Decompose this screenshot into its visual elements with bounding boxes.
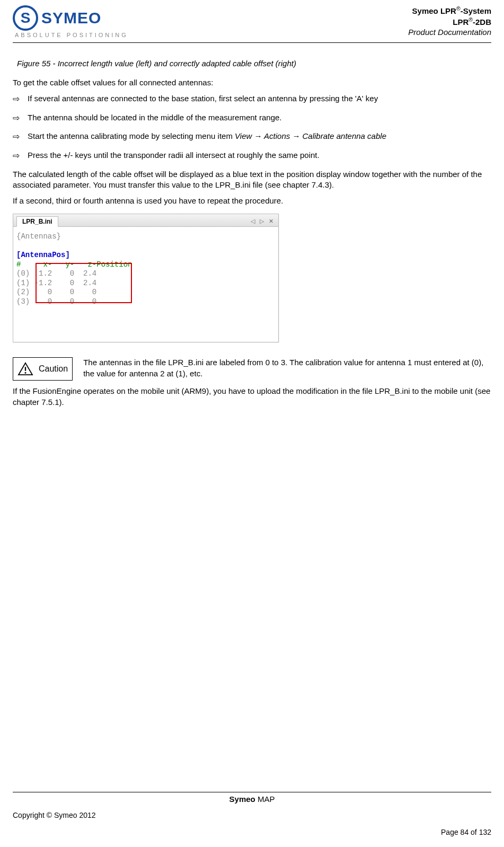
arrow-icon: ⇨ bbox=[13, 131, 28, 143]
ini-row: (2) 0 0 0 bbox=[16, 288, 96, 296]
list-item: ⇨ If several antennas are connected to t… bbox=[13, 93, 491, 105]
intro-paragraph: To get the cable offset values for all c… bbox=[13, 77, 491, 88]
warning-icon bbox=[17, 362, 33, 376]
list-item: ⇨ The antenna should be located in the m… bbox=[13, 112, 491, 124]
ini-section-header: [AntennaPos] bbox=[16, 251, 70, 259]
caution-badge: Caution bbox=[13, 357, 73, 381]
page-header: S SYMEO ABSOLUTE POSITIONING Symeo LPR®-… bbox=[13, 5, 491, 43]
header-doc-info: Symeo LPR®-System LPR®-2DB Product Docum… bbox=[408, 5, 491, 38]
svg-point-2 bbox=[25, 372, 26, 374]
repeat-paragraph: If a second, third or fourth antenna is … bbox=[13, 196, 491, 206]
footer-center: Symeo MAP bbox=[13, 792, 491, 804]
logo: S SYMEO ABSOLUTE POSITIONING bbox=[13, 5, 128, 38]
arrow-icon: ⇨ bbox=[13, 112, 28, 124]
list-item-text: Press the +/- keys until the transponder… bbox=[28, 150, 491, 161]
ini-file-body: {Antennas} [AntennaPos] # x- y- z-Positi… bbox=[13, 227, 278, 342]
ini-row: (0) 1.2 0 2.4 bbox=[16, 269, 96, 278]
hdr-line1a: Symeo LPR bbox=[412, 6, 456, 15]
fusion-paragraph: If the FusionEngine operates on the mobi… bbox=[13, 386, 491, 408]
hdr-line1b: -System bbox=[461, 6, 491, 15]
page-footer: Symeo MAP Copyright © Symeo 2012 Page 84… bbox=[13, 792, 491, 836]
ini-row: (3) 0 0 0 bbox=[16, 297, 96, 306]
logo-letter: S bbox=[21, 10, 31, 27]
ini-column-header: # x- y- z-Position bbox=[16, 260, 132, 269]
ini-row: (1) -1.2 0 2.4 bbox=[16, 279, 96, 287]
caution-block: Caution The antennas in the file LPR_B.i… bbox=[13, 357, 491, 381]
hdr-line2a: LPR bbox=[453, 17, 468, 27]
footer-brand: Symeo bbox=[229, 795, 255, 804]
footer-product: MAP bbox=[255, 795, 275, 804]
page-content: Figure 55 - Incorrect length value (left… bbox=[13, 43, 491, 408]
result-paragraph: The calculated length of the cable offse… bbox=[13, 169, 491, 191]
steps-list: ⇨ If several antennas are connected to t… bbox=[13, 93, 491, 161]
ini-file-tab[interactable]: LPR_B.ini bbox=[16, 216, 58, 227]
logo-mark-icon: S bbox=[13, 5, 38, 31]
logo-tagline: ABSOLUTE POSITIONING bbox=[15, 32, 128, 38]
list-item-prefix: Start the antenna calibrating mode by se… bbox=[28, 131, 235, 140]
list-item-text: If several antennas are connected to the… bbox=[28, 93, 491, 104]
caution-text: The antennas in the file LPR_B.ini are l… bbox=[83, 357, 491, 379]
list-item-text: The antenna should be located in the mid… bbox=[28, 112, 491, 123]
footer-copyright: Copyright © Symeo 2012 bbox=[13, 811, 491, 819]
footer-page-number: Page 84 of 132 bbox=[13, 828, 491, 836]
ini-file-screenshot: LPR_B.ini ◁ ▷ ✕ {Antennas} [AntennaPos] … bbox=[13, 214, 279, 342]
figure-caption: Figure 55 - Incorrect length value (left… bbox=[17, 59, 491, 68]
caution-label: Caution bbox=[39, 364, 68, 374]
hdr-line3: Product Documentation bbox=[408, 27, 491, 38]
ini-tab-bar: LPR_B.ini ◁ ▷ ✕ bbox=[13, 214, 278, 227]
menu-path: View → Actions → Calibrate antenna cable bbox=[235, 131, 386, 140]
list-item: ⇨ Start the antenna calibrating mode by … bbox=[13, 131, 491, 143]
ini-section: {Antennas} bbox=[16, 232, 61, 241]
ini-tab-controls[interactable]: ◁ ▷ ✕ bbox=[251, 218, 275, 225]
logo-company-name: SYMEO bbox=[41, 9, 101, 27]
list-item-text: Start the antenna calibrating mode by se… bbox=[28, 131, 491, 142]
arrow-icon: ⇨ bbox=[13, 150, 28, 162]
hdr-line2b: -2DB bbox=[473, 17, 491, 27]
list-item: ⇨ Press the +/- keys until the transpond… bbox=[13, 150, 491, 162]
arrow-icon: ⇨ bbox=[13, 93, 28, 105]
